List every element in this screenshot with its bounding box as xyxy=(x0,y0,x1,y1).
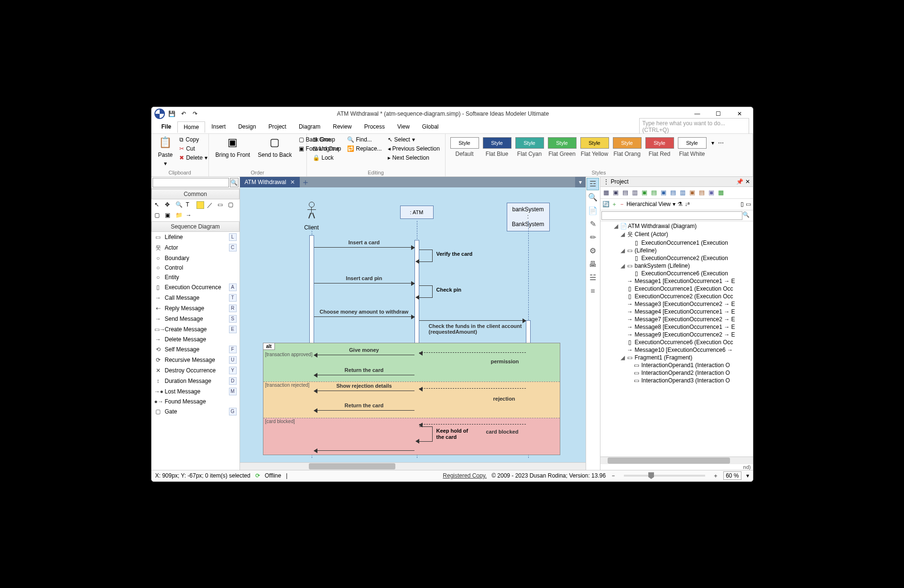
tree-node[interactable]: →Message1 [ExecutionOccurrence1 → E xyxy=(600,277,753,285)
tool-gate[interactable]: ▢GateG xyxy=(152,406,240,417)
tool-duration-message[interactable]: ↕Duration MessageD xyxy=(152,376,240,386)
new-tab-button[interactable]: ＋ xyxy=(300,177,311,187)
project-search[interactable] xyxy=(601,211,742,220)
remove-icon[interactable]: － xyxy=(619,200,625,208)
menu-diagram[interactable]: Diagram xyxy=(293,121,327,132)
tool-lifeline[interactable]: ▭LifelineL xyxy=(152,232,240,242)
folder-tool-icon[interactable]: 📁 xyxy=(175,212,183,219)
panel-close-icon[interactable]: ✕ xyxy=(745,178,750,185)
tool-recursive-message[interactable]: ⟳Recursive MessageU xyxy=(152,355,240,365)
expand-icon[interactable]: ◢ xyxy=(614,223,619,229)
tb-icon[interactable]: ▣ xyxy=(659,188,668,197)
menu-review[interactable]: Review xyxy=(327,121,358,132)
help-search[interactable]: Type here what you want to do... (CTRL+Q… xyxy=(639,118,749,135)
tool-lost-message[interactable]: →●Lost MessageM xyxy=(152,386,240,397)
tool-found-message[interactable]: ●→Found Message xyxy=(152,397,240,406)
tool-call-message[interactable]: →Call MessageT xyxy=(152,293,240,303)
tree-node[interactable]: ▭InteractionOperand3 (Interaction O xyxy=(600,377,753,384)
tool-send-message[interactable]: →Send MessageS xyxy=(152,314,240,324)
horizontal-scrollbar[interactable] xyxy=(240,462,586,470)
toolbox-search-button[interactable]: 🔍 xyxy=(230,178,239,187)
styles-more-icon[interactable]: ▾ xyxy=(709,140,716,146)
project-search-button[interactable]: 🔍 xyxy=(742,211,752,220)
styles-icon[interactable]: ✏ xyxy=(587,231,599,244)
sync-icon[interactable]: ⟳ xyxy=(255,472,260,479)
tree-node[interactable]: →Message9 [ExecutionOccurrence2 → E xyxy=(600,331,753,338)
tree-node[interactable]: ▯ExecutionOccurrence1 (Execution xyxy=(600,239,753,247)
grip-icon[interactable]: ⋮ xyxy=(603,178,609,185)
msg-verify-card[interactable]: Verify the card xyxy=(419,250,433,262)
tool-execution-occurrence[interactable]: ▯Execution OccurrenceA xyxy=(152,282,240,293)
next-selection-button[interactable]: ▸Next Selection xyxy=(386,153,442,162)
tb-icon[interactable]: ▦ xyxy=(602,188,610,197)
seqdiag-header[interactable]: Sequence Diagram xyxy=(152,221,240,232)
tb-icon[interactable]: ▣ xyxy=(640,188,649,197)
text-tool-icon[interactable]: T xyxy=(186,201,194,209)
style-flat-blue[interactable]: Style xyxy=(483,137,512,149)
split-icon[interactable]: ▯ xyxy=(741,201,744,207)
tool-destroy-occurrence[interactable]: ✕Destroy OccurrenceY xyxy=(152,365,240,376)
msg-show-rejection[interactable]: Show rejection details xyxy=(314,391,414,392)
layers-icon[interactable]: ≡ xyxy=(587,285,599,297)
style-flat-cyan[interactable]: Style xyxy=(515,137,544,149)
actor-client[interactable]: Client xyxy=(302,202,321,231)
msg-bottom[interactable] xyxy=(314,450,414,451)
container-tool-icon[interactable]: ▭ xyxy=(218,201,225,209)
tree-node[interactable]: ▯ExecutionOccurrence2 (Execution xyxy=(600,254,753,262)
style-flat-green[interactable]: Style xyxy=(548,137,577,149)
more1-icon[interactable]: ☱ xyxy=(587,272,599,284)
tool-boundary[interactable]: ○Boundary xyxy=(152,253,240,263)
msg-insert-card[interactable]: Insert a card xyxy=(314,247,414,248)
menu-global[interactable]: Global xyxy=(416,121,445,132)
tool-actor[interactable]: 웃ActorC xyxy=(152,242,240,253)
find-button[interactable]: 🔍Find... xyxy=(345,135,384,144)
msg-check-pin[interactable]: Check pin xyxy=(419,285,433,298)
edit-icon[interactable]: ✎ xyxy=(587,218,599,230)
tb-icon[interactable]: ▦ xyxy=(717,188,725,197)
paste-button[interactable]: 📋Paste▾ xyxy=(155,135,176,168)
msg-return-card-2[interactable]: Return the card xyxy=(314,410,414,411)
menu-project[interactable]: Project xyxy=(262,121,293,132)
select-button[interactable]: ↖Select ▾ xyxy=(386,135,442,144)
canvas[interactable]: Client : ATM bankSystem :BankSystem Inse… xyxy=(240,187,586,462)
tb-icon[interactable]: ▥ xyxy=(631,188,639,197)
msg-card-blocked[interactable] xyxy=(419,424,526,425)
project-scrollbar[interactable] xyxy=(600,457,753,464)
add-icon[interactable]: ＋ xyxy=(611,200,617,208)
tb-icon[interactable]: ▣ xyxy=(707,188,716,197)
style-flat-yellow[interactable]: Style xyxy=(580,137,609,149)
tb-icon[interactable]: ▤ xyxy=(650,188,658,197)
expand-icon[interactable]: ◢ xyxy=(621,354,625,361)
project-view-icon[interactable]: ☲ xyxy=(587,178,599,190)
style-flat-orange[interactable]: Style xyxy=(613,137,642,149)
tree-node[interactable]: ▯ExecutionOccurrence2 (Execution Occ xyxy=(600,293,753,300)
styles-dialog-icon[interactable]: ⋯ xyxy=(718,140,724,146)
tb-icon[interactable]: ▥ xyxy=(678,188,687,197)
menu-insert[interactable]: Insert xyxy=(205,121,232,132)
msg-rejection[interactable] xyxy=(419,388,526,389)
tool-control[interactable]: ○Control xyxy=(152,263,240,272)
refresh-icon[interactable]: 🔄 xyxy=(602,201,610,207)
delete-button[interactable]: ✖Delete ▾ xyxy=(177,153,209,162)
sort-icon[interactable]: ↓ª xyxy=(685,201,689,207)
search-view-icon[interactable]: 🔍 xyxy=(587,191,599,204)
menu-process[interactable]: Process xyxy=(358,121,391,132)
print-icon[interactable]: 🖶 xyxy=(587,258,599,271)
undo-icon[interactable]: ↶ xyxy=(179,109,188,118)
tb-icon[interactable]: ▣ xyxy=(688,188,697,197)
ungroup-button[interactable]: ⊟Ungroup xyxy=(311,144,343,153)
tb-icon[interactable]: ▤ xyxy=(621,188,630,197)
expand-icon[interactable]: ◢ xyxy=(621,262,625,269)
tree-node[interactable]: ◢▭Fragment1 (Fragment) xyxy=(600,354,753,361)
group-button[interactable]: ⊞Group xyxy=(311,135,343,144)
menu-design[interactable]: Design xyxy=(232,121,262,132)
move-tool-icon[interactable]: ✥ xyxy=(165,201,173,209)
pin-icon[interactable]: 📌 xyxy=(736,178,743,185)
tool-entity[interactable]: ○Entity xyxy=(152,272,240,282)
tree-node[interactable]: ▭InteractionOperand1 (Interaction O xyxy=(600,361,753,369)
send-to-back-button[interactable]: ▢Send to Back xyxy=(255,135,294,159)
tree-node[interactable]: ▯ExecutionOccurrence6 (Execution xyxy=(600,270,753,277)
common-header[interactable]: Common xyxy=(152,189,240,199)
redo-icon[interactable]: ↷ xyxy=(191,109,199,118)
zoom-slider[interactable] xyxy=(624,475,705,477)
